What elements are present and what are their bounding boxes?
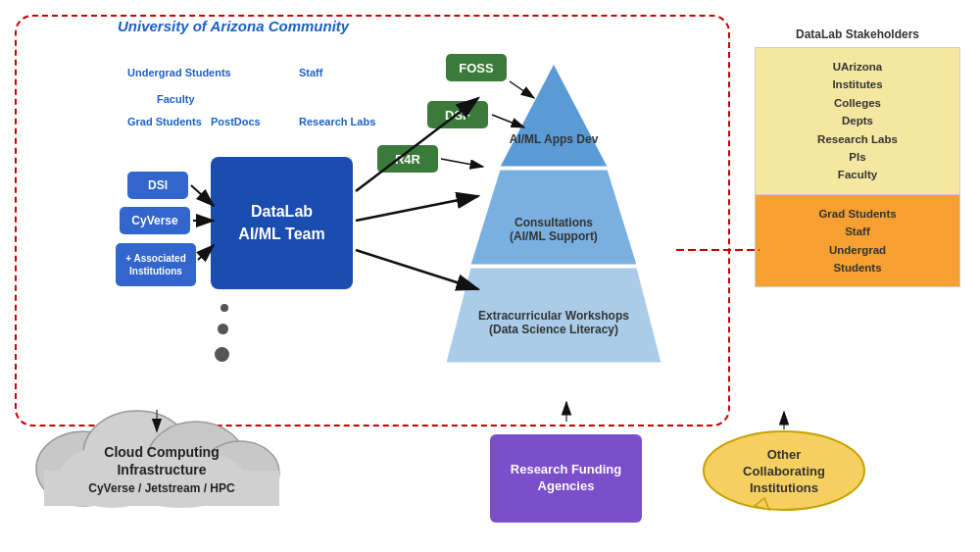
undergrad-label: Undergrad Students	[127, 67, 231, 78]
pyramid-top-label: AI/ML Apps Dev	[505, 132, 603, 146]
pyramid-mid-label: Consultations(AI/ML Support)	[490, 216, 617, 243]
stakeholders-top: UArizonaInstitutesCollegesDeptsResearch …	[755, 47, 960, 195]
associated-institutions-box: + Associated Institutions	[116, 243, 196, 286]
svg-text:Cloud Computing: Cloud Computing	[104, 444, 219, 460]
stakeholders-panel: DataLab Stakeholders UArizonaInstitutesC…	[755, 27, 960, 287]
research-labs-label: Research Labs	[299, 116, 375, 127]
cloud-shape: Cloud Computing Infrastructure CyVerse /…	[24, 390, 299, 508]
pyramid-bot-label: Extracurricular Workshops(Data Science L…	[466, 309, 642, 336]
pyramid: AI/ML Apps Dev Consultations(AI/ML Suppo…	[436, 54, 671, 368]
svg-text:Other: Other	[767, 447, 802, 462]
svg-text:Collaborating: Collaborating	[743, 464, 825, 478]
svg-text:Infrastructure: Infrastructure	[117, 462, 206, 477]
faculty-label: Faculty	[157, 93, 195, 105]
dot-1	[220, 304, 228, 312]
dot-2	[218, 324, 228, 334]
stakeholders-bottom: Grad StudentsStaffUndergradStudents	[755, 195, 960, 288]
svg-text:Institutions: Institutions	[750, 480, 818, 495]
dsi-box: DSI	[127, 172, 188, 199]
r4r-box: R4R	[377, 145, 438, 173]
datalab-team-box: DataLabAI/ML Team	[211, 157, 353, 289]
staff-label: Staff	[299, 67, 322, 78]
cyverse-box: CyVerse	[120, 207, 190, 234]
postdocs-label: PostDocs	[211, 116, 261, 127]
university-label: University of Arizona Community	[118, 18, 349, 34]
grad-label: Grad Students	[127, 116, 202, 127]
svg-text:CyVerse / Jetstream / HPC: CyVerse / Jetstream / HPC	[88, 481, 235, 495]
funding-box: Research FundingAgencies	[490, 434, 642, 523]
stakeholders-title: DataLab Stakeholders	[755, 27, 960, 41]
svg-marker-0	[500, 64, 608, 167]
dot-3	[215, 347, 229, 362]
collab-ellipse: Other Collaborating Institutions	[701, 429, 867, 513]
